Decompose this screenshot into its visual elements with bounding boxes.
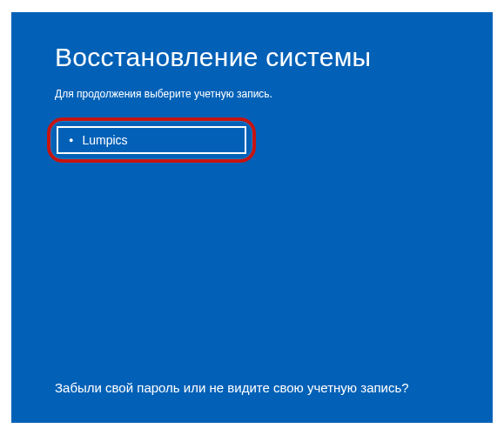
recovery-panel: Восстановление системы Для продолжения в… xyxy=(11,12,493,423)
page-title: Восстановление системы xyxy=(55,43,449,72)
instruction-text: Для продолжения выберите учетную запись. xyxy=(55,88,449,100)
forgot-password-link[interactable]: Забыли свой пароль или не видите свою уч… xyxy=(55,380,409,395)
account-item-lumpics[interactable]: ● Lumpics xyxy=(57,126,246,154)
user-icon: ● xyxy=(69,137,73,144)
account-highlight-annotation: ● Lumpics xyxy=(47,117,256,163)
account-name-label: Lumpics xyxy=(82,133,127,147)
